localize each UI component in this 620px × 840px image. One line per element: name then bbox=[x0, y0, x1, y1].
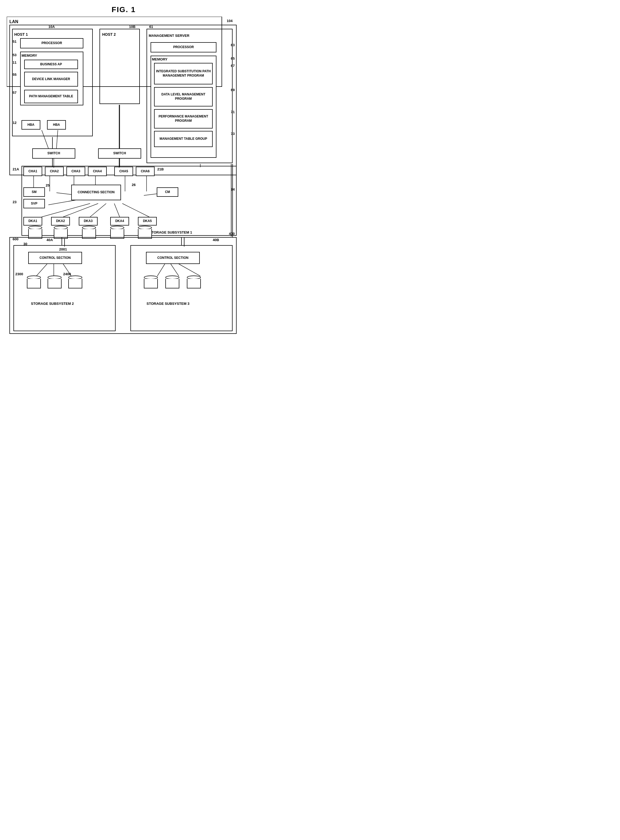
disk-ss3-1 bbox=[144, 275, 158, 289]
disk-ss2-3 bbox=[68, 275, 82, 289]
cha1: CHA1 bbox=[23, 167, 42, 176]
ref-21A: 21A bbox=[13, 167, 19, 171]
ref-26: 26 bbox=[132, 183, 135, 187]
host2-box bbox=[99, 29, 140, 104]
cha5: CHA5 bbox=[114, 167, 133, 176]
host1-processor: PROCESSOR bbox=[20, 38, 83, 48]
storage-subsystem1-label: STORAGE SUBSYSTEM 1 bbox=[149, 230, 192, 234]
storage-subsystem2-label: STORAGE SUBSYSTEM 2 bbox=[31, 302, 74, 306]
disk5 bbox=[138, 226, 152, 239]
switch2: SWITCH bbox=[98, 148, 141, 159]
ref-73: 73 bbox=[231, 132, 235, 136]
host2-label: HOST 2 bbox=[102, 31, 129, 38]
dka3: DKA3 bbox=[79, 217, 98, 225]
disk1 bbox=[28, 226, 42, 239]
lan-label: LAN bbox=[9, 20, 18, 24]
host1-memory-label: MEMORY bbox=[21, 53, 48, 59]
cm-box: CM bbox=[157, 187, 178, 197]
host1-hba1: HBA bbox=[21, 120, 40, 129]
performance-mgmt-program: PERFORMANCE MANAGEMENT PROGRAM bbox=[154, 109, 213, 128]
diagram-container: LAN 104 10A HOST 1 51 PROCESSOR 53 MEMOR… bbox=[7, 17, 241, 334]
cha4: CHA4 bbox=[88, 167, 107, 176]
ref-55: 55 bbox=[13, 72, 17, 77]
svp-box: SVP bbox=[23, 199, 45, 208]
ref-57: 57 bbox=[13, 90, 17, 95]
cha6: CHA6 bbox=[136, 167, 155, 176]
host1-business-ap: BUSINESS AP bbox=[24, 60, 78, 69]
ref-10B: 10B bbox=[129, 25, 135, 29]
ref-400: 400 bbox=[229, 232, 235, 236]
mgmt-processor: PROCESSOR bbox=[150, 42, 217, 53]
ref-104: 104 bbox=[227, 19, 233, 23]
ref-11: 11 bbox=[13, 60, 17, 65]
data-level-program: DATA LEVEL MANAGEMENT PROGRAM bbox=[154, 87, 213, 107]
disk-ss3-3 bbox=[187, 275, 201, 289]
mgmt-memory-label: MEMORY bbox=[152, 56, 173, 62]
dka1: DKA1 bbox=[23, 217, 42, 225]
page-title: FIG. 1 bbox=[5, 5, 242, 14]
ref-67: 67 bbox=[231, 64, 235, 68]
integrated-subst-program: INTEGRATED SUBSTITUTION PATH MANAGEMENT … bbox=[154, 63, 213, 84]
host1-hba2: HBA bbox=[47, 120, 66, 129]
cha3: CHA3 bbox=[66, 167, 85, 176]
host1-path-mgmt: PATH MANAGEMENT TABLE bbox=[24, 90, 78, 103]
ref-21B: 21B bbox=[157, 167, 164, 171]
ref-61: 61 bbox=[149, 25, 153, 29]
ref-24: 24 bbox=[231, 187, 235, 191]
ref-51: 51 bbox=[13, 39, 17, 44]
ref-53: 53 bbox=[13, 53, 17, 57]
disk-ss3-2 bbox=[166, 275, 179, 289]
sm-box: SM bbox=[23, 187, 45, 197]
ref-71: 71 bbox=[231, 110, 235, 114]
disk4 bbox=[110, 226, 124, 239]
dka5: DKA5 bbox=[138, 217, 157, 225]
control-section2: CONTROL SECTION bbox=[146, 252, 200, 264]
cha2: CHA2 bbox=[45, 167, 64, 176]
control-section1: CONTROL SECTION bbox=[28, 252, 82, 264]
ref-2001: 2001 bbox=[59, 247, 67, 251]
dka2: DKA2 bbox=[51, 217, 70, 225]
mgmt-table-group: MANAGEMENT TABLE GROUP bbox=[154, 131, 213, 147]
ref-2300: 2300 bbox=[15, 272, 23, 276]
connecting-section: CONNECTING SECTION bbox=[71, 185, 121, 200]
host1-label: HOST 1 bbox=[14, 31, 41, 38]
dka4: DKA4 bbox=[110, 217, 129, 225]
ref-65: 65 bbox=[231, 56, 235, 60]
mgmt-server-label: MANAGEMENT SERVER bbox=[149, 30, 192, 41]
switch1: SWITCH bbox=[32, 148, 75, 159]
ref-69: 69 bbox=[231, 88, 235, 92]
disk3 bbox=[82, 226, 96, 239]
ref-25: 25 bbox=[46, 183, 50, 187]
ref-12: 12 bbox=[13, 121, 17, 125]
storage-subsystem3-label: STORAGE SUBSYSTEM 3 bbox=[146, 302, 189, 306]
disk-ss2-1 bbox=[27, 275, 41, 289]
disk-ss2-2 bbox=[48, 275, 62, 289]
host1-device-link: DEVICE LINK MANAGER bbox=[24, 72, 78, 87]
disk2 bbox=[54, 226, 68, 239]
ref-10A: 10A bbox=[48, 25, 55, 29]
ref-23: 23 bbox=[13, 200, 17, 204]
ref-63: 63 bbox=[231, 43, 235, 47]
